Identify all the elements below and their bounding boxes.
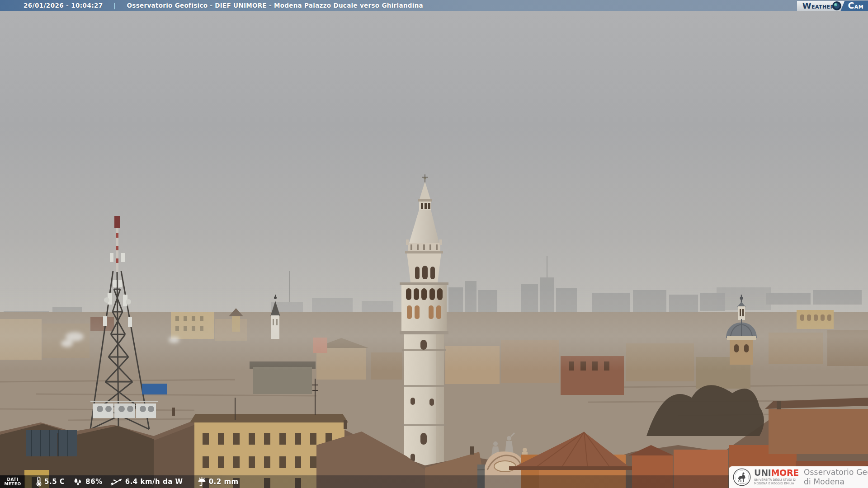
temperature-value: 5.5 C [44, 478, 65, 486]
wind-value: 6.4 km/h da W [125, 478, 183, 486]
city-panorama-photo [0, 0, 868, 488]
unimore-wordmark: UNIMORE UNIVERSITÀ DEGLI STUDI DI MODENA… [754, 469, 799, 485]
observatory-name: Osservatorio Geofisico di Modena [804, 468, 868, 487]
observatory-name-line1: Osservatorio Geofisico [804, 468, 868, 477]
weathercam-logo[interactable]: WEATHER CAM [797, 1, 868, 11]
datetime-label: 26/01/2026 - 10:04:27 [24, 2, 103, 9]
thermometer-icon [36, 476, 42, 487]
meteo-data-label: DATI METEO [0, 475, 25, 488]
humidity-icon [73, 477, 83, 486]
observatory-name-line2: di Modena [804, 477, 868, 487]
wind-icon [110, 477, 123, 487]
meteo-label-line1: DATI [7, 477, 19, 482]
humidity-value: 86% [85, 478, 102, 486]
humidity-reading: 86% [73, 477, 102, 486]
meteo-label-line2: METEO [4, 482, 21, 486]
rain-icon [198, 477, 206, 487]
separator: | [114, 2, 116, 9]
university-subtitle-line2: MODENA E REGGIO EMILIA [754, 482, 799, 486]
webcam-header-bar: 26/01/2026 - 10:04:27 | Osservatorio Geo… [0, 0, 868, 11]
svg-text:1175: 1175 [740, 483, 744, 484]
rain-reading: 0.2 mm [198, 477, 239, 487]
wind-reading: 6.4 km/h da W [110, 477, 183, 487]
wordmark-more: MORE [771, 468, 799, 478]
camera-lens-icon [832, 1, 842, 11]
wordmark-uni: UNI [754, 468, 771, 478]
weathercam-logo-cam: CAM [840, 1, 868, 11]
unimore-brand-box[interactable]: 1175 UNIMORE UNIVERSITÀ DEGLI STUDI DI M… [729, 466, 868, 488]
rooftop-hvac-units [90, 401, 158, 418]
rain-value: 0.2 mm [209, 478, 239, 486]
webcam-view: 26/01/2026 - 10:04:27 | Osservatorio Geo… [0, 0, 868, 488]
unimore-seal-icon: 1175 [733, 468, 751, 486]
webcam-title: Osservatorio Geofisico - DIEF UNIMORE - … [127, 2, 424, 9]
temperature-reading: 5.5 C [36, 476, 65, 487]
